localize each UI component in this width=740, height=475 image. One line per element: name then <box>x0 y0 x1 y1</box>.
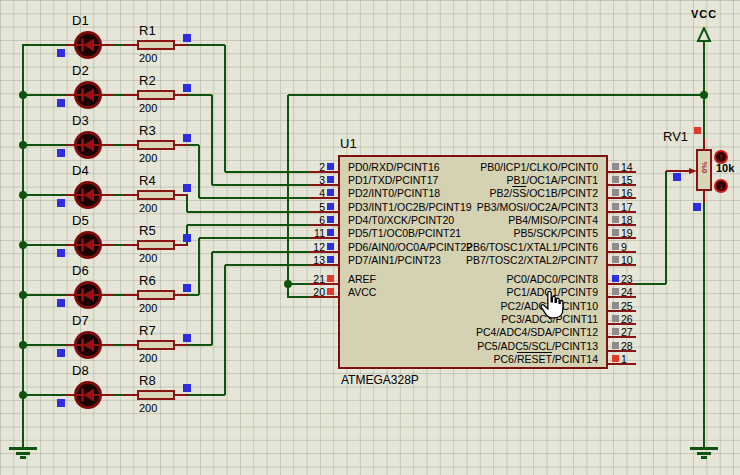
resistor-lead[interactable] <box>175 394 188 396</box>
resistor-value: 200 <box>139 152 157 164</box>
wire-segment[interactable] <box>114 194 124 196</box>
wire-segment[interactable] <box>703 95 705 139</box>
resistor-lead[interactable] <box>175 144 188 146</box>
pin-indicator-square <box>612 216 619 223</box>
chip-part-label: ATMEGA328P <box>341 373 419 387</box>
wire-segment[interactable] <box>188 44 225 46</box>
led[interactable] <box>73 30 103 60</box>
wire-segment[interactable] <box>224 265 226 395</box>
resistor[interactable] <box>137 240 175 250</box>
led[interactable] <box>73 130 103 160</box>
pin-indicator-square <box>327 243 334 250</box>
wire-segment[interactable] <box>114 394 124 396</box>
wire-segment[interactable] <box>199 197 310 199</box>
wire-segment[interactable] <box>23 344 66 346</box>
wire-segment[interactable] <box>198 238 200 295</box>
wire-segment[interactable] <box>198 145 200 198</box>
led-terminal-square <box>57 49 65 57</box>
resistor[interactable] <box>137 290 175 300</box>
resistor[interactable] <box>137 190 175 200</box>
pin-number: 6 <box>295 214 325 226</box>
resistor-lead[interactable] <box>124 94 138 96</box>
wire-segment[interactable] <box>114 294 124 296</box>
resistor[interactable] <box>137 390 175 400</box>
resistor-lead[interactable] <box>175 44 188 46</box>
pin-number: 16 <box>621 187 651 199</box>
wire-segment[interactable] <box>187 224 310 226</box>
ground-icon[interactable] <box>690 447 718 459</box>
wire-segment[interactable] <box>188 344 212 346</box>
led[interactable] <box>73 230 103 260</box>
wire-segment[interactable] <box>114 144 124 146</box>
resistor-value: 200 <box>139 402 157 414</box>
resistor[interactable] <box>137 340 175 350</box>
resistor-lead[interactable] <box>124 344 138 346</box>
resistor[interactable] <box>137 140 175 150</box>
wire-segment[interactable] <box>23 94 66 96</box>
pin-number: 19 <box>621 227 651 239</box>
resistor-lead[interactable] <box>175 344 188 346</box>
schematic-canvas[interactable]: VCC U1 ATMEGA328P RV1 0% ↑ ↓ 10k D1R1200… <box>0 0 740 475</box>
wire-segment[interactable] <box>23 394 66 396</box>
led[interactable] <box>73 180 103 210</box>
wire-vcc[interactable] <box>288 94 705 96</box>
chip-pin-label: PB0/ICP1/CLKO/PCINT0 <box>350 161 598 173</box>
resistor-lead[interactable] <box>175 294 188 296</box>
wire-segment[interactable] <box>199 237 310 239</box>
wire-segment[interactable] <box>23 294 66 296</box>
wire-wiper[interactable] <box>665 171 667 284</box>
pin-number: 13 <box>295 254 325 266</box>
wire-vcc[interactable] <box>703 41 705 95</box>
led-terminal-square <box>57 149 65 157</box>
wire-aref-feed[interactable] <box>287 95 289 298</box>
resistor-lead[interactable] <box>124 144 138 146</box>
wire-segment[interactable] <box>114 94 124 96</box>
wire-segment[interactable] <box>23 144 66 146</box>
led[interactable] <box>73 330 103 360</box>
wire-segment[interactable] <box>114 344 124 346</box>
resistor-lead[interactable] <box>124 194 138 196</box>
resistor-ref: R6 <box>139 273 156 288</box>
wire-segment[interactable] <box>114 44 124 46</box>
resistor-lead[interactable] <box>124 44 138 46</box>
resistor-ref: R4 <box>139 173 156 188</box>
wire-segment[interactable] <box>114 244 124 246</box>
pin-number: 2 <box>295 161 325 173</box>
wire-segment[interactable] <box>211 252 213 345</box>
resistor-lead[interactable] <box>124 244 138 246</box>
pin-number: 3 <box>295 174 325 186</box>
wire-segment[interactable] <box>23 194 66 196</box>
pot-value-label: 10k <box>716 162 734 174</box>
pin-number: 9 <box>621 241 651 253</box>
pot-wiper-stub[interactable] <box>666 170 690 172</box>
resistor[interactable] <box>137 90 175 100</box>
led[interactable] <box>73 80 103 110</box>
wire-segment[interactable] <box>23 244 66 246</box>
led[interactable] <box>73 280 103 310</box>
resistor-lead[interactable] <box>124 394 138 396</box>
chip-pin-label: PB6/TOSC1/XTAL1/PCINT6 <box>350 241 598 253</box>
resistor[interactable] <box>137 40 175 50</box>
wire-segment[interactable] <box>224 45 226 172</box>
pot-pin-stub[interactable] <box>703 138 705 150</box>
wire-segment[interactable] <box>23 44 66 46</box>
pot-decrease-button[interactable]: ↓ <box>714 179 728 193</box>
resistor-terminal-square <box>183 34 191 42</box>
pin-number: 17 <box>621 201 651 213</box>
wire-segment[interactable] <box>211 95 213 185</box>
pin-number: 11 <box>295 227 325 239</box>
wire-pot-gnd[interactable] <box>703 203 705 448</box>
led-ref: D7 <box>72 313 89 328</box>
resistor-lead[interactable] <box>175 94 188 96</box>
pot-pin-stub[interactable] <box>703 190 705 203</box>
pin-indicator-square <box>327 275 334 282</box>
pin-number: 4 <box>295 187 325 199</box>
wire-segment[interactable] <box>188 394 225 396</box>
wire-segment[interactable] <box>187 211 310 213</box>
pin-indicator-square <box>612 229 619 236</box>
pin-number: 14 <box>621 161 651 173</box>
wire-segment[interactable] <box>186 195 188 212</box>
led[interactable] <box>73 380 103 410</box>
wire-segment[interactable] <box>188 94 212 96</box>
resistor-lead[interactable] <box>124 294 138 296</box>
